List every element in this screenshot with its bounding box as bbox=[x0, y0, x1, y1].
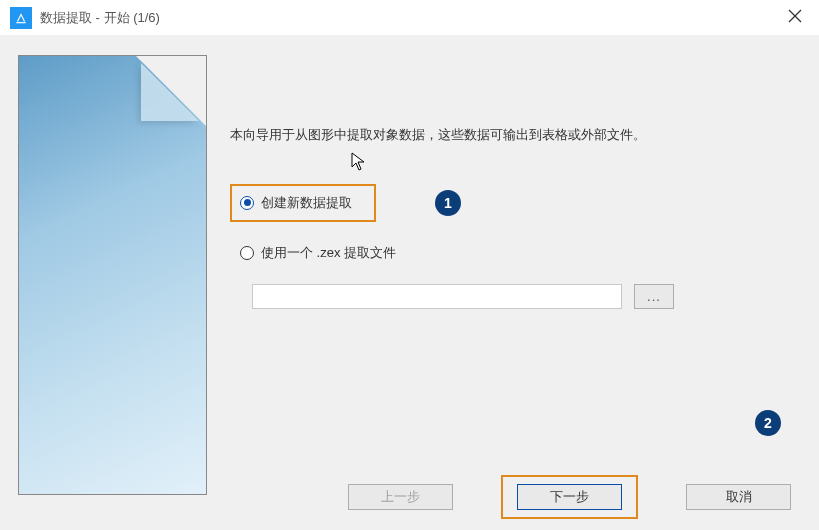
callout-badge-1: 1 bbox=[435, 190, 461, 216]
wizard-side-image bbox=[18, 55, 207, 495]
titlebar: 数据提取 - 开始 (1/6) bbox=[0, 0, 819, 35]
cancel-button[interactable]: 取消 bbox=[686, 484, 791, 510]
intro-text: 本向导用于从图形中提取对象数据，这些数据可输出到表格或外部文件。 bbox=[230, 125, 799, 146]
app-icon bbox=[10, 7, 32, 29]
radio-create-label: 创建新数据提取 bbox=[261, 194, 352, 212]
button-row: 上一步 下一步 取消 bbox=[230, 484, 799, 510]
cursor-icon bbox=[350, 151, 368, 176]
radio-create-new[interactable] bbox=[240, 196, 254, 210]
dialog-content: 本向导用于从图形中提取对象数据，这些数据可输出到表格或外部文件。 创建新数据提取… bbox=[0, 35, 819, 530]
radio-use-file[interactable] bbox=[240, 246, 254, 260]
window-title: 数据提取 - 开始 (1/6) bbox=[40, 9, 160, 27]
radio-use-file-label: 使用一个 .zex 提取文件 bbox=[261, 244, 396, 262]
file-path-input[interactable] bbox=[252, 284, 622, 309]
main-area: 本向导用于从图形中提取对象数据，这些数据可输出到表格或外部文件。 创建新数据提取… bbox=[230, 55, 799, 510]
browse-button[interactable]: ... bbox=[634, 284, 674, 309]
callout-badge-2: 2 bbox=[755, 410, 781, 436]
close-icon[interactable] bbox=[785, 6, 805, 26]
prev-button: 上一步 bbox=[348, 484, 453, 510]
highlight-box-1: 创建新数据提取 bbox=[230, 184, 376, 222]
next-button[interactable]: 下一步 bbox=[517, 484, 622, 510]
radio-row-create: 创建新数据提取 1 bbox=[230, 184, 799, 222]
highlight-box-2: 下一步 bbox=[501, 475, 638, 519]
radio-group: 创建新数据提取 1 使用一个 .zex 提取文件 ... bbox=[230, 184, 799, 309]
radio-row-use-file: 使用一个 .zex 提取文件 bbox=[240, 244, 799, 262]
file-row: ... bbox=[252, 284, 799, 309]
